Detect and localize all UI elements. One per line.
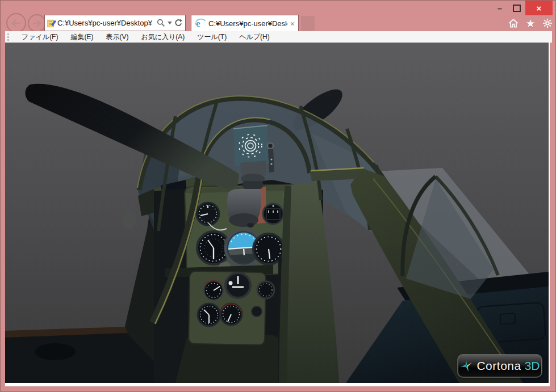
address-input[interactable] [56,19,157,27]
gear-icon[interactable] [542,18,553,29]
cortona3d-logo[interactable]: Cortona3D [458,355,542,377]
wing-root-fairing [122,209,136,229]
favorites-star-icon[interactable]: ★ [525,18,535,29]
gauge-partial [257,281,274,298]
address-bar[interactable] [44,15,186,31]
back-button[interactable] [6,13,26,33]
maximize-icon [513,5,521,12]
logo-suffix: 3D [525,359,540,373]
close-button[interactable]: × [525,1,553,15]
menu-help[interactable]: ヘルプ(H) [233,32,276,42]
gauge-fuel [204,281,223,300]
forward-button[interactable] [28,14,46,32]
toolbar-grip[interactable] [7,33,11,41]
internet-explorer-icon: e [195,18,206,29]
viewport-right-edge [549,43,550,383]
menu-edit[interactable]: 編集(E) [64,32,99,42]
gauge-engine-left [198,304,220,326]
panel-knob-dark [252,306,262,317]
gauge-engine-right [220,304,242,325]
cortona-star-icon [459,359,473,373]
gauge-clock [263,204,283,224]
browser-tab[interactable]: e C:¥Users¥pc-user¥Desk... × [191,15,299,32]
forward-arrow-icon [32,20,41,27]
gauge-turn-indicator [197,203,219,225]
menu-tools[interactable]: ツール(T) [191,32,233,42]
vrml-file-icon [47,19,56,28]
back-arrow-icon [11,19,21,27]
refresh-icon[interactable] [174,19,183,27]
gauge-vertical-speed [225,273,250,298]
chevron-down-icon[interactable] [168,22,172,24]
tab-title: C:¥Users¥pc-user¥Desk... [208,19,287,28]
cortona3d-viewport[interactable]: Cortona3D [5,43,549,383]
cockpit-3d-scene [5,43,549,383]
search-icon[interactable] [157,19,165,27]
menu-file[interactable]: ファイル(F) [15,32,64,42]
tab-close-icon[interactable]: × [290,20,295,28]
menu-favorites[interactable]: お気に入り(A) [135,32,191,42]
viewport-bottom-edge [5,383,550,386]
magnetic-compass [227,188,261,227]
ie-window: e C:¥Users¥pc-user¥Desk... × – × ★ [0,0,556,392]
maximize-button[interactable] [508,1,525,15]
gunsight-lever-ring [267,143,273,149]
left-wing-marking [35,343,76,360]
menu-bar: ファイル(F) 編集(E) 表示(V) お気に入り(A) ツール(T) ヘルプ(… [5,31,552,43]
home-icon[interactable] [508,18,519,29]
logo-brand: Cortona [476,359,521,373]
new-tab-button[interactable] [301,16,315,31]
minimize-button[interactable]: – [491,1,508,15]
menu-view[interactable]: 表示(V) [99,32,135,42]
